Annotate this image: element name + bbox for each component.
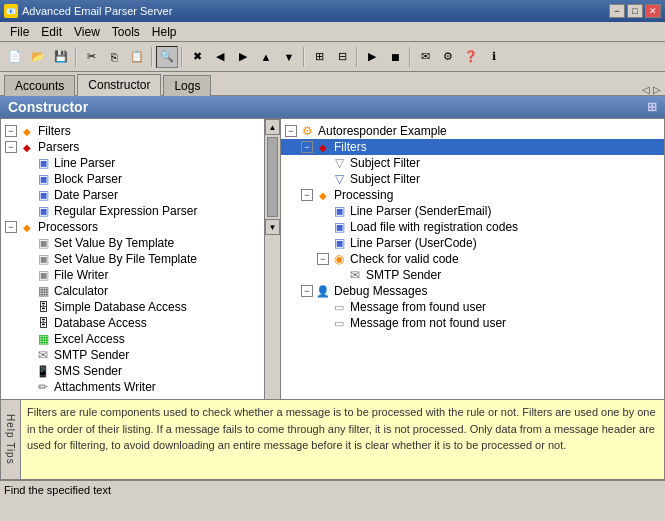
left-calculator[interactable]: Calculator xyxy=(1,283,280,299)
tb-paste[interactable]: 📋 xyxy=(126,46,148,68)
tb-email[interactable]: ✉ xyxy=(414,46,436,68)
load-file-label: Load file with registration codes xyxy=(350,220,518,234)
left-date-parser[interactable]: Date Parser xyxy=(1,187,280,203)
tb-cut[interactable]: ✂ xyxy=(80,46,102,68)
tab-logs[interactable]: Logs xyxy=(163,75,211,96)
right-subject-filter-1[interactable]: Subject Filter xyxy=(281,155,664,171)
tb-copy[interactable]: ⎘ xyxy=(103,46,125,68)
root-expand[interactable]: − xyxy=(285,125,297,137)
no-exp-r5 xyxy=(317,237,329,249)
menu-bar: File Edit View Tools Help xyxy=(0,22,665,42)
maximize-button[interactable]: □ xyxy=(627,4,643,18)
no-exp-r4 xyxy=(317,221,329,233)
processing-expand[interactable]: − xyxy=(301,189,313,201)
left-file-writer[interactable]: File Writer xyxy=(1,267,280,283)
left-block-parser[interactable]: Block Parser xyxy=(1,171,280,187)
filter1-icon xyxy=(331,156,347,170)
tb-left[interactable]: ◀ xyxy=(209,46,231,68)
tb-down[interactable]: ▼ xyxy=(278,46,300,68)
separator-3 xyxy=(181,47,183,67)
tb-expand[interactable]: ⊞ xyxy=(308,46,330,68)
left-excel[interactable]: Excel Access xyxy=(1,331,280,347)
menu-file[interactable]: File xyxy=(4,23,35,41)
constructor-header: Constructor ⊞ xyxy=(0,96,665,118)
right-line-parser-email[interactable]: Line Parser (SenderEmail) xyxy=(281,203,664,219)
right-root[interactable]: − Autoresponder Example xyxy=(281,123,664,139)
tb-stop[interactable]: ⏹ xyxy=(384,46,406,68)
set-value-label: Set Value By Template xyxy=(54,236,174,250)
tab-scroll-arrows[interactable]: ◁ ▷ xyxy=(642,84,661,95)
no-expand-2 xyxy=(21,173,33,185)
tb-save[interactable]: 💾 xyxy=(50,46,72,68)
tb-help[interactable]: ❓ xyxy=(460,46,482,68)
file-writer-label: File Writer xyxy=(54,268,108,282)
left-filters-row[interactable]: − Filters xyxy=(1,123,280,139)
smtp-icon xyxy=(35,348,51,362)
debug-expand[interactable]: − xyxy=(301,285,313,297)
tb-info[interactable]: ℹ xyxy=(483,46,505,68)
tab-constructor[interactable]: Constructor xyxy=(77,74,161,96)
right-msg-found[interactable]: Message from found user xyxy=(281,299,664,315)
tb-open[interactable]: 📂 xyxy=(27,46,49,68)
tb-new[interactable]: 📄 xyxy=(4,46,26,68)
menu-view[interactable]: View xyxy=(68,23,106,41)
left-set-value-file[interactable]: Set Value By File Template xyxy=(1,251,280,267)
line-parser-email-icon xyxy=(331,204,347,218)
separator-1 xyxy=(75,47,77,67)
load-file-icon xyxy=(331,220,347,234)
left-scrollbar[interactable]: ▲ ▼ xyxy=(264,119,280,399)
right-line-parser-usercode[interactable]: Line Parser (UserCode) xyxy=(281,235,664,251)
tb-up[interactable]: ▲ xyxy=(255,46,277,68)
right-debug[interactable]: − Debug Messages xyxy=(281,283,664,299)
tb-run[interactable]: ▶ xyxy=(361,46,383,68)
scroll-thumb[interactable] xyxy=(267,137,278,217)
scroll-up-btn[interactable]: ▲ xyxy=(265,119,280,135)
menu-help[interactable]: Help xyxy=(146,23,183,41)
processors-expand[interactable]: − xyxy=(5,221,17,233)
right-check-valid[interactable]: − Check for valid code xyxy=(281,251,664,267)
tb-collapse[interactable]: ⊟ xyxy=(331,46,353,68)
scroll-down-btn[interactable]: ▼ xyxy=(265,219,280,235)
right-filters-expand[interactable]: − xyxy=(301,141,313,153)
left-parsers-row[interactable]: − Parsers xyxy=(1,139,280,155)
left-processors-row[interactable]: − Processors xyxy=(1,219,280,235)
left-tree: − Filters − Parsers Line Parser Block Pa… xyxy=(1,119,280,399)
left-attach-writer[interactable]: Attachments Writer xyxy=(1,379,280,395)
left-sms[interactable]: SMS Sender xyxy=(1,363,280,379)
right-msg-not-found[interactable]: Message from not found user xyxy=(281,315,664,331)
menu-edit[interactable]: Edit xyxy=(35,23,68,41)
left-regex-parser[interactable]: Regular Expression Parser xyxy=(1,203,280,219)
tb-right[interactable]: ▶ xyxy=(232,46,254,68)
left-db-access[interactable]: Database Access xyxy=(1,315,280,331)
tb-find[interactable]: 🔍 xyxy=(156,46,178,68)
no-exp-r7 xyxy=(317,301,329,313)
minimize-button[interactable]: − xyxy=(609,4,625,18)
menu-tools[interactable]: Tools xyxy=(106,23,146,41)
left-line-parser[interactable]: Line Parser xyxy=(1,155,280,171)
left-simple-db[interactable]: Simple Database Access xyxy=(1,299,280,315)
filters-expand[interactable]: − xyxy=(5,125,17,137)
right-processing[interactable]: − Processing xyxy=(281,187,664,203)
msg-not-found-icon xyxy=(331,316,347,330)
left-set-value[interactable]: Set Value By Template xyxy=(1,235,280,251)
line-parser-usercode-icon xyxy=(331,236,347,250)
simple-db-label: Simple Database Access xyxy=(54,300,187,314)
tb-delete[interactable]: ✖ xyxy=(186,46,208,68)
status-text: Find the specified text xyxy=(4,484,111,496)
simple-db-icon xyxy=(35,300,51,314)
right-smtp-sender[interactable]: SMTP Sender xyxy=(281,267,664,283)
debug-label: Debug Messages xyxy=(334,284,427,298)
check-valid-expand[interactable]: − xyxy=(317,253,329,265)
line-parser-icon xyxy=(35,156,51,170)
right-subject-filter-2[interactable]: Subject Filter xyxy=(281,171,664,187)
tab-accounts[interactable]: Accounts xyxy=(4,75,75,96)
right-filters[interactable]: − Filters xyxy=(281,139,664,155)
no-expand-4 xyxy=(21,205,33,217)
tb-settings[interactable]: ⚙ xyxy=(437,46,459,68)
no-expand-10 xyxy=(21,317,33,329)
right-load-file[interactable]: Load file with registration codes xyxy=(281,219,664,235)
left-smtp[interactable]: SMTP Sender xyxy=(1,347,280,363)
regex-label: Regular Expression Parser xyxy=(54,204,197,218)
close-button[interactable]: ✕ xyxy=(645,4,661,18)
parsers-expand[interactable]: − xyxy=(5,141,17,153)
